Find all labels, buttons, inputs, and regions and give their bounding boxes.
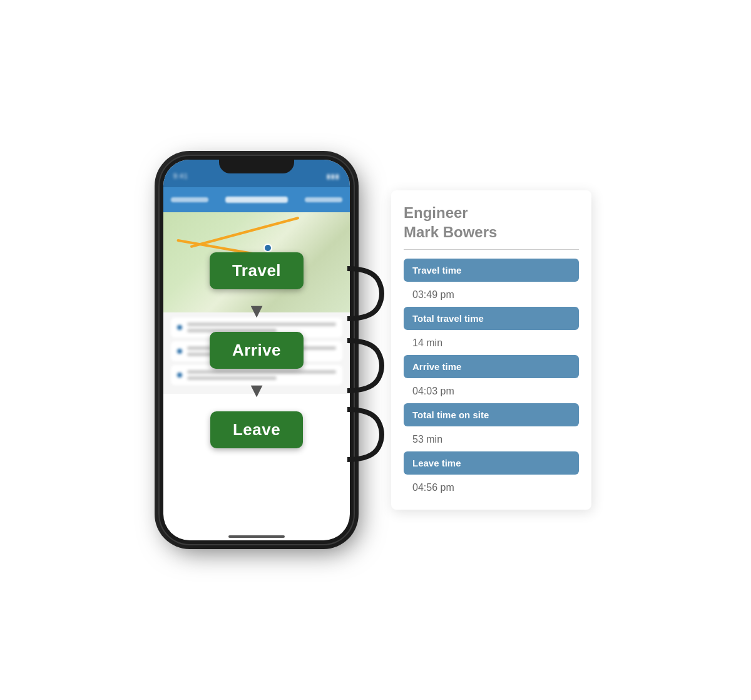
phone-topbar (163, 187, 350, 212)
list-item (171, 341, 342, 361)
info-value-2: 04:03 pm (404, 382, 579, 403)
list-line (187, 353, 277, 356)
topbar-center (225, 197, 288, 203)
map-dot-2 (213, 269, 222, 277)
info-header-1: Total travel time (404, 307, 579, 330)
list-item (171, 365, 342, 385)
list-dot (177, 373, 182, 378)
info-header-0: Travel time (404, 259, 579, 282)
phone-device: 9:41 ▮▮▮ (160, 156, 354, 544)
info-header-3: Total time on site (404, 403, 579, 426)
list-line (187, 370, 336, 374)
statusbar-icons: ▮▮▮ (327, 173, 340, 180)
phone-screen: 9:41 ▮▮▮ (163, 160, 350, 540)
engineer-name-line2: Mark Bowers (404, 224, 497, 240)
list-line (187, 329, 277, 332)
list-dot (177, 325, 182, 330)
list-line (187, 346, 336, 350)
map-dot-1 (263, 244, 272, 252)
list-lines (187, 322, 336, 332)
info-value-1: 14 min (404, 334, 579, 355)
list-lines (187, 370, 336, 380)
engineer-name-line1: Engineer (404, 204, 468, 221)
phone-statusbar: 9:41 ▮▮▮ (163, 160, 350, 187)
list-line (187, 376, 277, 380)
list-line (187, 322, 336, 326)
info-value-0: 03:49 pm (404, 286, 579, 307)
info-panel: Engineer Mark Bowers Travel time03:49 pm… (391, 190, 591, 510)
info-value-3: 53 min (404, 430, 579, 451)
phone-list (163, 312, 350, 394)
scene: 9:41 ▮▮▮ (0, 0, 751, 700)
list-lines (187, 346, 336, 356)
statusbar-time: 9:41 (173, 173, 188, 180)
info-value-4: 04:56 pm (404, 478, 579, 500)
engineer-name: Engineer Mark Bowers (404, 203, 579, 242)
phone-map (163, 212, 350, 312)
info-header-4: Leave time (404, 451, 579, 475)
topbar-right (305, 197, 342, 202)
info-divider (404, 249, 579, 250)
connectors-svg (347, 219, 391, 481)
phone-wrapper: 9:41 ▮▮▮ (160, 156, 354, 544)
topbar-left (171, 197, 208, 202)
info-rows-container: Travel time03:49 pmTotal travel time14 m… (404, 259, 579, 500)
list-item (171, 317, 342, 337)
list-dot (177, 349, 182, 354)
info-header-2: Arrive time (404, 355, 579, 378)
